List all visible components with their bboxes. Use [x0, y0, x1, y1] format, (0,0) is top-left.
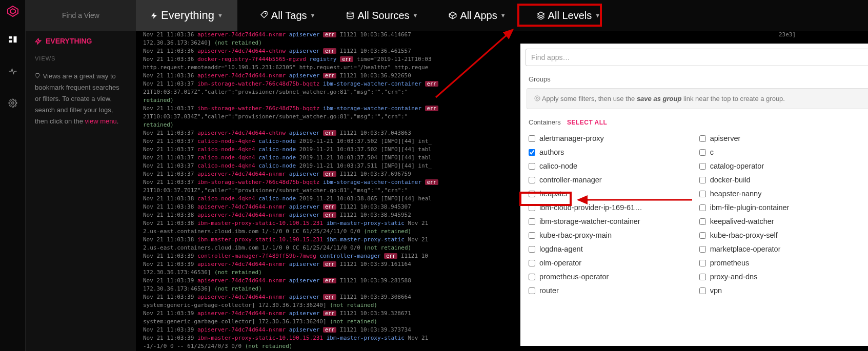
- svg-marker-1: [10, 9, 15, 14]
- svg-rect-4: [13, 36, 16, 43]
- app-item-controller-manager[interactable]: controller-manager: [529, 176, 694, 184]
- app-label: heapster-nanny: [710, 190, 762, 198]
- app-checkbox[interactable]: [699, 246, 706, 253]
- app-item-alertmanager-proxy[interactable]: alertmanager-proxy: [529, 134, 694, 142]
- app-checkbox[interactable]: [529, 246, 535, 253]
- app-label: authors: [539, 148, 564, 156]
- app-checkbox[interactable]: [529, 177, 535, 183]
- app-item-catalog-operator[interactable]: catalog-operator: [699, 162, 865, 170]
- activity-icon[interactable]: [3, 61, 23, 83]
- app-item-heapster-nanny[interactable]: heapster-nanny: [699, 190, 865, 198]
- app-checkbox[interactable]: [699, 232, 706, 239]
- everything-view[interactable]: EVERYTHING: [26, 31, 136, 51]
- caret-down-icon: ▼: [500, 12, 506, 18]
- app-checkbox[interactable]: [699, 260, 706, 266]
- app-checkbox[interactable]: [529, 260, 535, 266]
- filter-levels[interactable]: All Levels ▼: [529, 0, 609, 31]
- app-checkbox[interactable]: [699, 287, 706, 294]
- select-all-link[interactable]: SELECT ALL: [567, 119, 608, 126]
- app-item-prometheus[interactable]: prometheus: [699, 259, 865, 267]
- app-item-ibm-storage-watcher-container[interactable]: ibm-storage-watcher-container: [529, 217, 694, 225]
- app-item-vpn[interactable]: vpn: [699, 286, 865, 295]
- app-checkbox[interactable]: [529, 191, 535, 197]
- app-checkbox[interactable]: [699, 163, 706, 170]
- log-line: Nov 21 11:03:36 apiserver-74dc74d644-nkn…: [143, 31, 868, 39]
- app-item-prometheus-operator[interactable]: prometheus-operator: [529, 273, 694, 281]
- app-checkbox[interactable]: [529, 274, 535, 280]
- app-item-authors[interactable]: authors: [529, 148, 694, 156]
- app-checkbox[interactable]: [529, 232, 535, 239]
- svg-rect-3: [9, 40, 12, 43]
- apps-search-input[interactable]: [526, 49, 868, 66]
- app-item-proxy-and-dns[interactable]: proxy-and-dns: [699, 273, 865, 281]
- cube-icon: [449, 11, 457, 19]
- app-item-kube-rbac-proxy-main[interactable]: kube-rbac-proxy-main: [529, 231, 694, 239]
- layers-icon: [537, 11, 545, 19]
- app-item-marketplace-operator[interactable]: marketplace-operator: [699, 245, 865, 253]
- app-checkbox[interactable]: [699, 274, 706, 280]
- caret-down-icon: ▼: [413, 12, 418, 18]
- svg-marker-9: [450, 12, 456, 16]
- app-item-ibm-file-plugin-container[interactable]: ibm-file-plugin-container: [699, 203, 865, 212]
- app-checkbox[interactable]: [699, 204, 706, 211]
- app-label: router: [539, 286, 559, 295]
- app-label: alertmanager-proxy: [539, 134, 604, 142]
- app-item-kube-rbac-proxy-self[interactable]: kube-rbac-proxy-self: [699, 231, 865, 239]
- views-icon[interactable]: [3, 30, 23, 51]
- svg-point-15: [536, 97, 538, 99]
- app-checkbox[interactable]: [699, 191, 706, 197]
- app-label: keepalived-watcher: [710, 217, 774, 225]
- app-item-calico-node[interactable]: calico-node: [529, 162, 694, 170]
- filter-everything[interactable]: Everything ▼: [136, 0, 237, 31]
- logo-icon[interactable]: [7, 5, 19, 19]
- app-label: kube-rbac-proxy-main: [539, 231, 612, 239]
- svg-marker-11: [537, 12, 544, 16]
- svg-rect-2: [9, 36, 12, 39]
- svg-marker-0: [8, 6, 18, 16]
- app-item-olm-operator[interactable]: olm-operator: [529, 259, 694, 267]
- app-label: controller-manager: [539, 176, 602, 184]
- app-label: ibm-cloud-provider-ip-169-61…: [539, 203, 642, 212]
- app-item-heapster[interactable]: heapster: [529, 190, 694, 198]
- filter-sources[interactable]: All Sources ▼: [338, 0, 426, 31]
- app-label: logdna-agent: [539, 245, 583, 253]
- settings-icon[interactable]: [3, 93, 23, 115]
- app-item-apiserver[interactable]: apiserver: [699, 134, 865, 142]
- find-view-input[interactable]: Find a View: [26, 0, 136, 31]
- app-item-c[interactable]: c: [699, 148, 865, 156]
- app-item-keepalived-watcher[interactable]: keepalived-watcher: [699, 217, 865, 225]
- caret-down-icon: ▼: [217, 12, 223, 18]
- views-header: VIEWS: [26, 51, 136, 66]
- app-item-docker-build[interactable]: docker-build: [699, 176, 865, 184]
- app-checkbox[interactable]: [529, 218, 535, 225]
- app-label: catalog-operator: [710, 162, 764, 170]
- app-label: olm-operator: [539, 259, 581, 267]
- app-checkbox[interactable]: [699, 177, 706, 183]
- app-label: kube-rbac-proxy-self: [710, 231, 778, 239]
- svg-marker-6: [151, 12, 157, 19]
- groups-help-banner: Apply some filters, then use the save as…: [527, 88, 868, 109]
- svg-point-5: [11, 102, 14, 105]
- app-item-router[interactable]: router: [529, 286, 694, 295]
- filter-tags[interactable]: All Tags ▼: [252, 0, 324, 31]
- app-label: apiserver: [710, 134, 741, 142]
- bolt-icon: [150, 12, 158, 19]
- app-item-ibm-cloud-provider-ip-169-61-[interactable]: ibm-cloud-provider-ip-169-61…: [529, 203, 694, 212]
- app-checkbox[interactable]: [529, 163, 535, 170]
- app-checkbox[interactable]: [699, 218, 706, 225]
- app-label: marketplace-operator: [710, 245, 781, 253]
- app-checkbox[interactable]: [529, 204, 535, 211]
- app-checkbox[interactable]: [529, 149, 535, 156]
- app-checkbox[interactable]: [699, 149, 706, 156]
- app-checkbox[interactable]: [699, 135, 706, 142]
- containers-heading: Containers: [529, 118, 561, 126]
- app-item-logdna-agent[interactable]: logdna-agent: [529, 245, 694, 253]
- app-checkbox[interactable]: [529, 287, 535, 294]
- tag-icon: [260, 11, 268, 19]
- svg-point-8: [347, 12, 353, 14]
- filter-apps[interactable]: All Apps ▼: [440, 0, 514, 31]
- app-checkbox[interactable]: [529, 135, 535, 142]
- database-icon: [346, 11, 354, 19]
- groups-heading: Groups: [520, 71, 868, 88]
- view-menu-link[interactable]: view menu: [85, 117, 117, 125]
